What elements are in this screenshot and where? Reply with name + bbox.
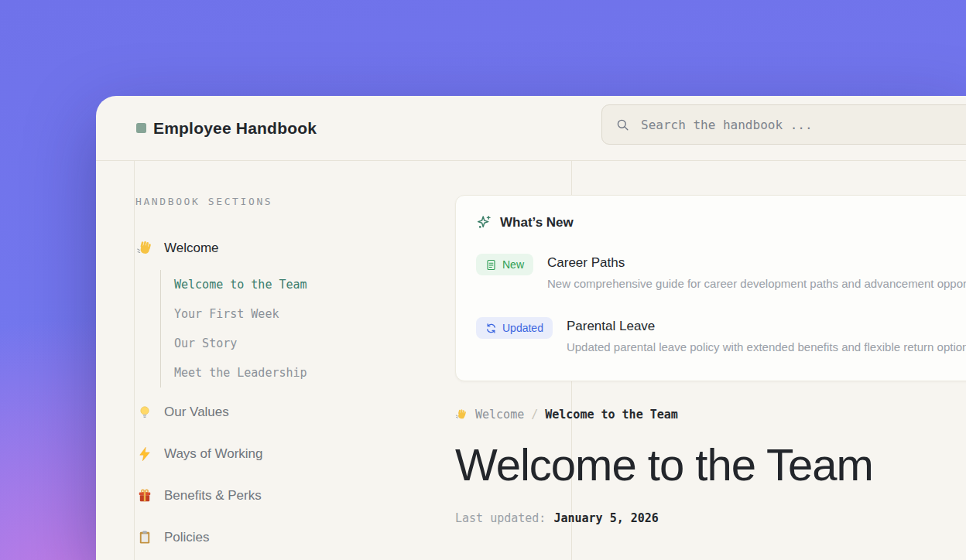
sidebar-item-ways-of-working[interactable]: Ways of Working: [135, 443, 461, 465]
last-updated: Last updated: January 5, 2026: [455, 511, 966, 525]
main-content: What’s New: [455, 161, 966, 560]
last-updated-label: Last updated:: [455, 511, 546, 525]
last-updated-value: January 5, 2026: [553, 511, 658, 525]
news-item-text: Parental Leave Updated parental leave po…: [567, 317, 966, 353]
sidebar-item-our-values[interactable]: Our Values: [135, 401, 461, 423]
sidebar-item-benefits-perks[interactable]: Benefits & Perks: [135, 485, 461, 507]
updated-badge: Updated: [476, 317, 553, 339]
breadcrumb-section[interactable]: Welcome: [475, 408, 524, 422]
badge-label: Updated: [502, 322, 543, 334]
clipboard-icon: [135, 530, 154, 545]
file-text-icon: [485, 259, 497, 271]
new-badge: New: [476, 254, 533, 275]
app-header: Employee Handbook: [96, 96, 966, 161]
sidebar-subitem-welcome-to-the-team[interactable]: Welcome to the Team: [174, 270, 461, 299]
news-item-title: Parental Leave: [567, 317, 966, 336]
sidebar-item-label: Our Values: [164, 405, 229, 420]
news-item-career-paths[interactable]: New Career Paths New comprehensive guide…: [476, 254, 966, 290]
badge-label: New: [502, 258, 524, 271]
sidebar-subitem-meet-the-leadership[interactable]: Meet the Leadership: [174, 358, 461, 388]
app-title: Employee Handbook: [153, 119, 317, 138]
breadcrumb-separator: /: [531, 408, 538, 422]
refresh-icon: [485, 323, 497, 334]
news-item-text: Career Paths New comprehensive guide for…: [547, 254, 966, 290]
lightbulb-icon: [135, 405, 154, 420]
sidebar-item-label: Welcome: [164, 241, 219, 256]
search-icon: [615, 118, 630, 132]
sidebar-subitem-our-story[interactable]: Our Story: [174, 329, 461, 358]
whats-new-title: What’s New: [500, 215, 574, 230]
breadcrumb-page: Welcome to the Team: [545, 408, 678, 422]
sidebar-item-welcome[interactable]: Welcome: [135, 237, 461, 259]
sidebar-nav: Welcome Welcome to the Team Your First W…: [135, 237, 461, 548]
sidebar-section-label: HANDBOOK SECTIONS: [135, 196, 461, 207]
search-box[interactable]: [601, 104, 966, 145]
sidebar: HANDBOOK SECTIONS: [135, 161, 461, 548]
page-title: Welcome to the Team: [455, 440, 966, 490]
whats-new-header: What’s New: [476, 214, 966, 230]
news-item-title: Career Paths: [547, 254, 966, 272]
gift-icon: [135, 488, 154, 504]
logo-mark-icon: [136, 123, 146, 133]
grid-line-left: [134, 161, 135, 560]
app-window: Employee Handbook HANDBOOK SECTIONS: [96, 96, 966, 560]
wave-hand-icon: [135, 240, 154, 258]
sidebar-item-policies[interactable]: Policies: [135, 527, 461, 548]
sidebar-item-label: Ways of Working: [164, 446, 263, 462]
news-item-description: Updated parental leave policy with exten…: [567, 340, 966, 353]
wave-hand-icon: [455, 408, 468, 422]
brand: Employee Handbook: [136, 119, 317, 138]
sidebar-item-label: Policies: [164, 530, 210, 545]
lightning-bolt-icon: [135, 446, 154, 462]
news-item-description: New comprehensive guide for career devel…: [547, 277, 966, 290]
sidebar-subitem-your-first-week[interactable]: Your First Week: [174, 299, 461, 329]
news-item-parental-leave[interactable]: Updated Parental Leave Updated parental …: [476, 317, 966, 353]
breadcrumb: Welcome / Welcome to the Team: [455, 408, 966, 422]
sidebar-sublist-welcome: Welcome to the Team Your First Week Our …: [160, 270, 461, 388]
search-input[interactable]: [639, 117, 966, 133]
sparkles-icon: [476, 214, 492, 230]
sidebar-item-label: Benefits & Perks: [164, 488, 262, 504]
app-body: HANDBOOK SECTIONS: [96, 161, 966, 560]
desktop-background: Employee Handbook HANDBOOK SECTIONS: [0, 0, 966, 560]
whats-new-card: What’s New: [455, 195, 966, 381]
